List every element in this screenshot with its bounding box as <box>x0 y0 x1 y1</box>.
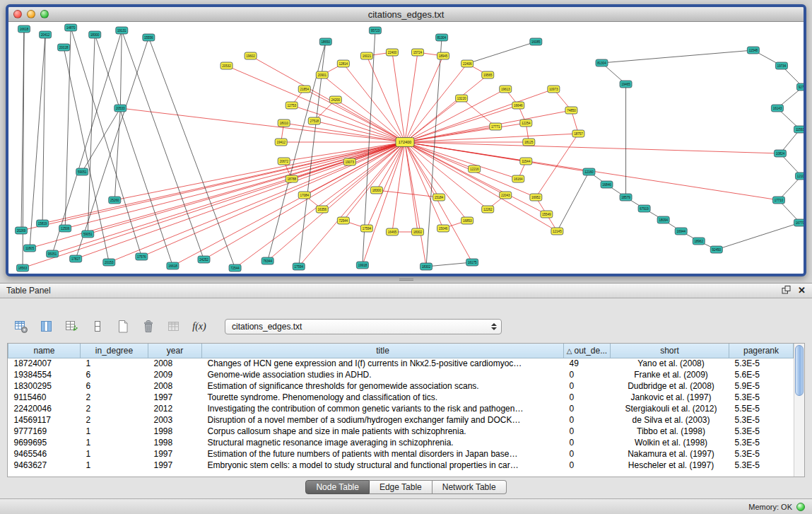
table-cell[interactable]: Franke et al. (2009) <box>611 369 729 380</box>
graph-edge[interactable] <box>601 50 753 63</box>
table-row[interactable]: 946362711997Embryonic stem cells: a mode… <box>8 460 794 471</box>
table-cell[interactable]: Stergiakouli et al. (2012) <box>611 403 729 414</box>
table-cell[interactable]: 2008 <box>148 380 202 392</box>
edit-columns-icon[interactable] <box>62 317 82 336</box>
table-cell[interactable]: 0 <box>564 369 611 380</box>
graph-edge[interactable] <box>717 223 800 250</box>
graph-edge[interactable] <box>114 142 405 200</box>
graph-edge[interactable] <box>114 108 120 200</box>
table-cell[interactable]: Genome-wide association studies in ADHD. <box>202 369 564 380</box>
graph-edge[interactable] <box>405 142 518 179</box>
table-row[interactable]: 1456911722003Disruption of a novel membe… <box>8 414 794 426</box>
table-cell[interactable]: 0 <box>564 437 611 448</box>
table-cell[interactable]: 19384554 <box>8 369 81 380</box>
graph-edge[interactable] <box>426 262 472 267</box>
table-cell[interactable]: 9465546 <box>8 448 81 460</box>
table-row[interactable]: 977716911998Corpus callosum shape and si… <box>8 426 794 437</box>
table-cell[interactable]: 9699695 <box>8 437 81 448</box>
table-cell[interactable]: 0 <box>564 403 611 414</box>
graph-edge[interactable] <box>405 142 780 153</box>
new-table-icon[interactable] <box>113 317 133 336</box>
graph-edge[interactable] <box>65 142 405 228</box>
table-cell[interactable]: 0 <box>564 426 611 437</box>
network-graph[interactable]: 1724001812512254166461961319565224061894… <box>8 22 804 274</box>
table-cell[interactable]: Nakamura et al. (1997) <box>611 448 729 460</box>
graph-edge[interactable] <box>557 172 589 231</box>
table-panel-titlebar[interactable]: Table Panel ✕ <box>0 284 812 298</box>
graph-edge[interactable] <box>377 190 439 197</box>
column-header[interactable]: name <box>8 344 81 358</box>
table-cell[interactable]: 1 <box>81 460 148 471</box>
table-cell[interactable]: 5.5E-5 <box>729 403 794 414</box>
table-row[interactable]: 911546021997Tourette syndrome. Phenomeno… <box>8 392 794 403</box>
table-cell[interactable]: Hescheler et al. (1997) <box>611 460 729 471</box>
table-cell[interactable]: 6 <box>81 380 148 392</box>
table-cell[interactable]: 2012 <box>148 403 202 414</box>
table-select-combobox[interactable]: citations_edges.txt <box>225 319 502 334</box>
graph-edge[interactable] <box>120 30 122 108</box>
tab-edge-table[interactable]: Edge Table <box>370 480 433 494</box>
table-cell[interactable]: Tourette syndrome. Phenomenology and cla… <box>202 392 564 403</box>
row-height-icon[interactable] <box>88 317 107 336</box>
table-cell[interactable]: 0 <box>564 414 611 426</box>
table-cell[interactable]: 22420046 <box>8 403 81 414</box>
column-header[interactable]: in_degree <box>81 344 148 358</box>
table-cell[interactable]: Estimation of significance thresholds fo… <box>202 380 564 392</box>
table-row[interactable]: 1872400712008Changes of HCN gene express… <box>8 358 794 369</box>
network-canvas[interactable]: 1724001812512254166461961319565224061894… <box>8 22 804 274</box>
graph-edge[interactable] <box>536 134 578 197</box>
table-cell[interactable]: 5.3E-5 <box>729 448 794 460</box>
graph-edge[interactable] <box>322 142 405 209</box>
table-cell[interactable]: 5.3E-5 <box>729 358 794 369</box>
table-cell[interactable]: 5.3E-5 <box>729 414 794 426</box>
window-titlebar[interactable]: citations_edges.txt <box>8 7 804 22</box>
table-cell[interactable]: 5.3E-5 <box>729 437 794 448</box>
table-scrollbar-thumb[interactable] <box>795 345 804 396</box>
table-cell[interactable]: 2 <box>81 414 148 426</box>
table-cell[interactable]: Estimation of the future numbers of pati… <box>202 448 564 460</box>
graph-edge[interactable] <box>109 142 405 262</box>
table-cell[interactable]: 5.6E-5 <box>729 369 794 380</box>
graph-edge[interactable] <box>120 108 405 142</box>
table-cell[interactable]: Embryonic stem cells: a model to study s… <box>202 460 564 471</box>
close-panel-icon[interactable]: ✕ <box>798 286 806 295</box>
table-cell[interactable]: Investigating the contribution of common… <box>202 403 564 414</box>
table-cell[interactable]: 9463627 <box>8 460 81 471</box>
panel-splitter[interactable] <box>399 278 413 281</box>
graph-edge[interactable] <box>405 142 443 228</box>
table-cell[interactable]: de Silva et al. (2003) <box>611 414 729 426</box>
show-columns-icon[interactable] <box>37 317 57 336</box>
graph-edge[interactable] <box>227 66 405 142</box>
graph-edge[interactable] <box>405 89 553 142</box>
function-builder-icon[interactable]: f(x) <box>189 317 209 336</box>
graph-edge[interactable] <box>42 35 45 223</box>
table-cell[interactable]: 0 <box>564 380 611 392</box>
table-cell[interactable]: 6 <box>81 369 148 380</box>
graph-edge[interactable] <box>314 121 405 142</box>
table-row[interactable]: 2242004622012Investigating the contribut… <box>8 403 794 414</box>
table-cell[interactable]: 0 <box>564 448 611 460</box>
table-row[interactable]: 946554611997Estimation of the future num… <box>8 448 794 460</box>
column-header[interactable]: pagerank <box>729 344 794 358</box>
table-row[interactable]: 1830029562008Estimation of significance … <box>8 380 794 392</box>
table-cell[interactable]: 1997 <box>148 460 202 471</box>
table-cell[interactable]: 5.3E-5 <box>729 460 794 471</box>
table-cell[interactable]: Yano et al. (2008) <box>611 358 729 369</box>
table-row[interactable]: 969969511998Structural magnetic resonanc… <box>8 437 794 448</box>
graph-edge[interactable] <box>405 142 488 209</box>
graph-edge[interactable] <box>204 142 405 259</box>
graph-edge[interactable] <box>322 75 405 142</box>
table-cell[interactable]: 1998 <box>148 437 202 448</box>
graph-edge[interactable] <box>405 142 439 197</box>
table-cell[interactable]: 49 <box>564 358 611 369</box>
table-cell[interactable]: 5.3E-5 <box>729 392 794 403</box>
table-cell[interactable]: 1998 <box>148 426 202 437</box>
column-header[interactable]: △out_de... <box>564 344 611 358</box>
table-cell[interactable]: Jankovic et al. (1997) <box>611 392 729 403</box>
table-cell[interactable]: 1997 <box>148 448 202 460</box>
tab-network-table[interactable]: Network Table <box>433 480 507 494</box>
table-cell[interactable]: 1 <box>81 448 148 460</box>
table-cell[interactable]: Structural magnetic resonance image aver… <box>202 437 564 448</box>
table-cell[interactable]: 5.9E-5 <box>729 380 794 392</box>
tab-node-table[interactable]: Node Table <box>305 480 370 494</box>
